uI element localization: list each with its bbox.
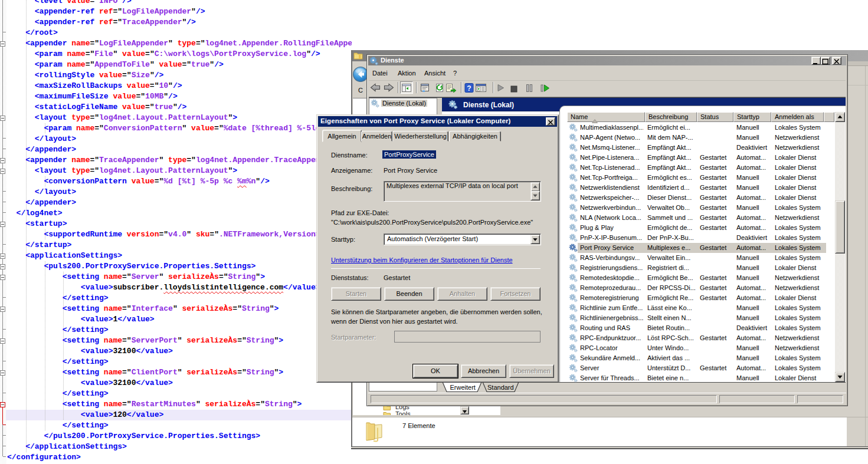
svg-text:Erweitert: Erweitert [450,384,476,391]
svg-text:Standard: Standard [487,384,514,391]
svg-text:?: ? [467,84,471,93]
